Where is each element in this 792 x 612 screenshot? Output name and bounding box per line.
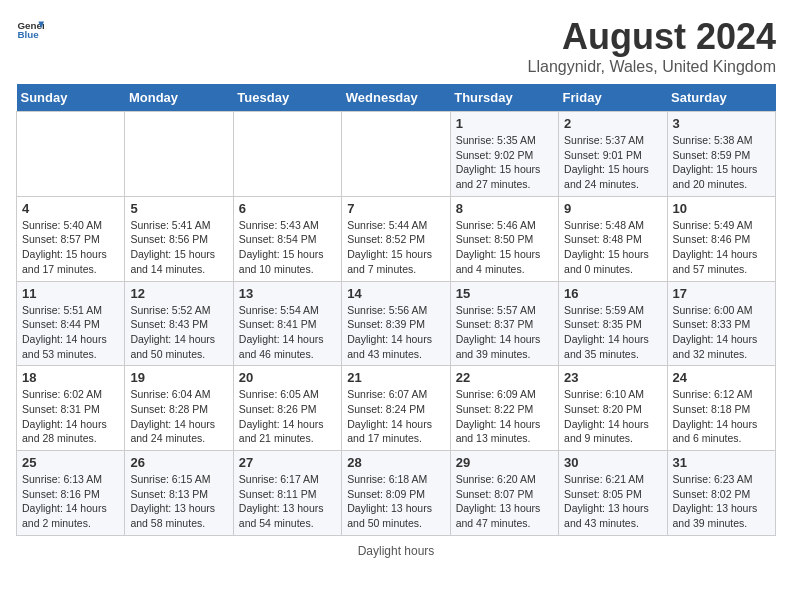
day-number: 7 [347,201,444,216]
calendar-cell: 4Sunrise: 5:40 AM Sunset: 8:57 PM Daylig… [17,196,125,281]
calendar-cell: 13Sunrise: 5:54 AM Sunset: 8:41 PM Dayli… [233,281,341,366]
logo-icon: General Blue [16,16,44,44]
calendar-cell [342,112,450,197]
day-number: 27 [239,455,336,470]
weekday-header-wednesday: Wednesday [342,84,450,112]
day-info: Sunrise: 5:40 AM Sunset: 8:57 PM Dayligh… [22,218,119,277]
calendar-cell: 10Sunrise: 5:49 AM Sunset: 8:46 PM Dayli… [667,196,775,281]
day-number: 23 [564,370,661,385]
weekday-header-friday: Friday [559,84,667,112]
day-info: Sunrise: 6:09 AM Sunset: 8:22 PM Dayligh… [456,387,553,446]
calendar-cell: 11Sunrise: 5:51 AM Sunset: 8:44 PM Dayli… [17,281,125,366]
day-info: Sunrise: 5:57 AM Sunset: 8:37 PM Dayligh… [456,303,553,362]
day-info: Sunrise: 5:54 AM Sunset: 8:41 PM Dayligh… [239,303,336,362]
day-number: 4 [22,201,119,216]
day-number: 29 [456,455,553,470]
calendar-cell: 2Sunrise: 5:37 AM Sunset: 9:01 PM Daylig… [559,112,667,197]
week-row-5: 25Sunrise: 6:13 AM Sunset: 8:16 PM Dayli… [17,451,776,536]
day-info: Sunrise: 6:15 AM Sunset: 8:13 PM Dayligh… [130,472,227,531]
day-info: Sunrise: 6:04 AM Sunset: 8:28 PM Dayligh… [130,387,227,446]
calendar-cell [233,112,341,197]
day-number: 16 [564,286,661,301]
day-number: 18 [22,370,119,385]
day-info: Sunrise: 5:59 AM Sunset: 8:35 PM Dayligh… [564,303,661,362]
day-info: Sunrise: 5:37 AM Sunset: 9:01 PM Dayligh… [564,133,661,192]
calendar-cell: 17Sunrise: 6:00 AM Sunset: 8:33 PM Dayli… [667,281,775,366]
calendar-table: SundayMondayTuesdayWednesdayThursdayFrid… [16,84,776,536]
calendar-cell: 21Sunrise: 6:07 AM Sunset: 8:24 PM Dayli… [342,366,450,451]
day-info: Sunrise: 5:46 AM Sunset: 8:50 PM Dayligh… [456,218,553,277]
week-row-1: 1Sunrise: 5:35 AM Sunset: 9:02 PM Daylig… [17,112,776,197]
calendar-cell: 28Sunrise: 6:18 AM Sunset: 8:09 PM Dayli… [342,451,450,536]
calendar-cell: 23Sunrise: 6:10 AM Sunset: 8:20 PM Dayli… [559,366,667,451]
calendar-cell: 6Sunrise: 5:43 AM Sunset: 8:54 PM Daylig… [233,196,341,281]
day-info: Sunrise: 5:48 AM Sunset: 8:48 PM Dayligh… [564,218,661,277]
calendar-cell: 22Sunrise: 6:09 AM Sunset: 8:22 PM Dayli… [450,366,558,451]
weekday-header-thursday: Thursday [450,84,558,112]
day-number: 12 [130,286,227,301]
day-info: Sunrise: 5:38 AM Sunset: 8:59 PM Dayligh… [673,133,770,192]
day-number: 19 [130,370,227,385]
calendar-cell: 8Sunrise: 5:46 AM Sunset: 8:50 PM Daylig… [450,196,558,281]
calendar-cell: 25Sunrise: 6:13 AM Sunset: 8:16 PM Dayli… [17,451,125,536]
svg-text:Blue: Blue [17,29,39,40]
calendar-cell [17,112,125,197]
day-info: Sunrise: 6:07 AM Sunset: 8:24 PM Dayligh… [347,387,444,446]
day-info: Sunrise: 6:00 AM Sunset: 8:33 PM Dayligh… [673,303,770,362]
day-number: 5 [130,201,227,216]
calendar-cell: 5Sunrise: 5:41 AM Sunset: 8:56 PM Daylig… [125,196,233,281]
day-number: 9 [564,201,661,216]
title-section: August 2024 Llangynidr, Wales, United Ki… [528,16,776,76]
calendar-cell [125,112,233,197]
week-row-2: 4Sunrise: 5:40 AM Sunset: 8:57 PM Daylig… [17,196,776,281]
day-info: Sunrise: 5:44 AM Sunset: 8:52 PM Dayligh… [347,218,444,277]
calendar-cell: 29Sunrise: 6:20 AM Sunset: 8:07 PM Dayli… [450,451,558,536]
day-info: Sunrise: 6:12 AM Sunset: 8:18 PM Dayligh… [673,387,770,446]
calendar-cell: 7Sunrise: 5:44 AM Sunset: 8:52 PM Daylig… [342,196,450,281]
week-row-4: 18Sunrise: 6:02 AM Sunset: 8:31 PM Dayli… [17,366,776,451]
header: General Blue August 2024 Llangynidr, Wal… [16,16,776,76]
footer-note: Daylight hours [16,544,776,558]
day-info: Sunrise: 5:52 AM Sunset: 8:43 PM Dayligh… [130,303,227,362]
day-info: Sunrise: 5:41 AM Sunset: 8:56 PM Dayligh… [130,218,227,277]
weekday-header-sunday: Sunday [17,84,125,112]
day-info: Sunrise: 6:21 AM Sunset: 8:05 PM Dayligh… [564,472,661,531]
day-number: 14 [347,286,444,301]
day-info: Sunrise: 6:13 AM Sunset: 8:16 PM Dayligh… [22,472,119,531]
day-info: Sunrise: 6:02 AM Sunset: 8:31 PM Dayligh… [22,387,119,446]
day-number: 26 [130,455,227,470]
day-number: 11 [22,286,119,301]
calendar-cell: 19Sunrise: 6:04 AM Sunset: 8:28 PM Dayli… [125,366,233,451]
day-info: Sunrise: 6:23 AM Sunset: 8:02 PM Dayligh… [673,472,770,531]
day-info: Sunrise: 6:17 AM Sunset: 8:11 PM Dayligh… [239,472,336,531]
calendar-cell: 31Sunrise: 6:23 AM Sunset: 8:02 PM Dayli… [667,451,775,536]
day-number: 13 [239,286,336,301]
calendar-cell: 30Sunrise: 6:21 AM Sunset: 8:05 PM Dayli… [559,451,667,536]
day-number: 3 [673,116,770,131]
calendar-cell: 16Sunrise: 5:59 AM Sunset: 8:35 PM Dayli… [559,281,667,366]
logo: General Blue [16,16,44,44]
day-info: Sunrise: 6:20 AM Sunset: 8:07 PM Dayligh… [456,472,553,531]
day-number: 30 [564,455,661,470]
week-row-3: 11Sunrise: 5:51 AM Sunset: 8:44 PM Dayli… [17,281,776,366]
day-number: 1 [456,116,553,131]
day-number: 22 [456,370,553,385]
calendar-cell: 1Sunrise: 5:35 AM Sunset: 9:02 PM Daylig… [450,112,558,197]
main-title: August 2024 [528,16,776,58]
calendar-cell: 3Sunrise: 5:38 AM Sunset: 8:59 PM Daylig… [667,112,775,197]
calendar-cell: 27Sunrise: 6:17 AM Sunset: 8:11 PM Dayli… [233,451,341,536]
calendar-cell: 18Sunrise: 6:02 AM Sunset: 8:31 PM Dayli… [17,366,125,451]
day-number: 28 [347,455,444,470]
calendar-cell: 14Sunrise: 5:56 AM Sunset: 8:39 PM Dayli… [342,281,450,366]
day-number: 20 [239,370,336,385]
calendar-cell: 9Sunrise: 5:48 AM Sunset: 8:48 PM Daylig… [559,196,667,281]
day-info: Sunrise: 5:35 AM Sunset: 9:02 PM Dayligh… [456,133,553,192]
day-number: 17 [673,286,770,301]
calendar-cell: 26Sunrise: 6:15 AM Sunset: 8:13 PM Dayli… [125,451,233,536]
day-number: 31 [673,455,770,470]
day-info: Sunrise: 5:43 AM Sunset: 8:54 PM Dayligh… [239,218,336,277]
day-number: 21 [347,370,444,385]
calendar-cell: 20Sunrise: 6:05 AM Sunset: 8:26 PM Dayli… [233,366,341,451]
day-number: 10 [673,201,770,216]
day-info: Sunrise: 5:51 AM Sunset: 8:44 PM Dayligh… [22,303,119,362]
